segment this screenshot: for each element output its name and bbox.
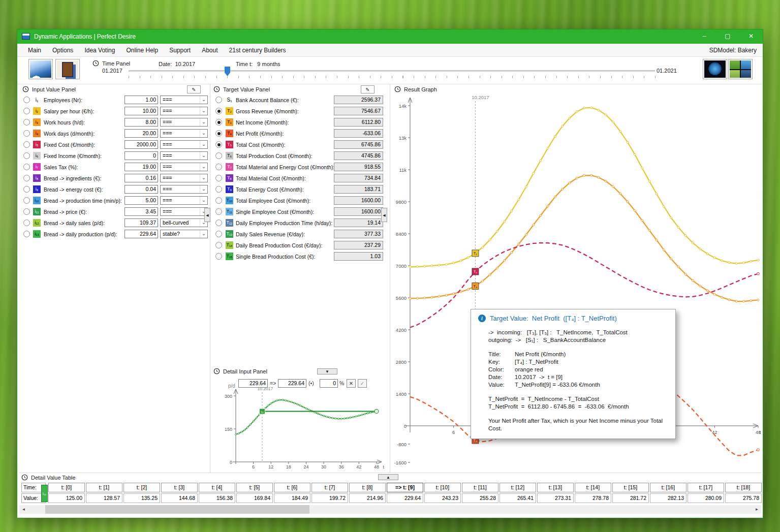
time-cell-14[interactable]: t: [14] bbox=[575, 483, 611, 492]
earth-image-button[interactable] bbox=[703, 59, 727, 79]
input-value-field[interactable]: 0 bbox=[124, 151, 158, 160]
mode-combobox[interactable]: ===⌄ bbox=[160, 107, 208, 115]
time-cell-3[interactable]: t: [3] bbox=[161, 483, 198, 492]
radio-i₅[interactable] bbox=[23, 141, 30, 148]
radio-T₆[interactable] bbox=[215, 152, 222, 159]
value-cell-5[interactable]: 169.84 bbox=[236, 493, 273, 503]
radio-i₁[interactable] bbox=[23, 97, 30, 103]
mode-combobox[interactable]: bell-curved⌄ bbox=[160, 218, 208, 227]
menu-item-support[interactable]: Support bbox=[164, 44, 196, 57]
radio-T₁₀[interactable] bbox=[215, 197, 222, 204]
time-cell-0[interactable]: t: [0] bbox=[48, 483, 85, 492]
time-cell-6[interactable]: t: [6] bbox=[274, 483, 310, 492]
edit-input-values-button[interactable]: ✎ bbox=[187, 85, 201, 93]
input-value-field[interactable]: 109.37 bbox=[124, 218, 158, 227]
radio-i₈[interactable] bbox=[23, 175, 30, 181]
time-cell-15[interactable]: t: [15] bbox=[612, 483, 649, 492]
value-cell-6[interactable]: 184.49 bbox=[274, 493, 310, 503]
radio-i₄[interactable] bbox=[23, 130, 30, 137]
input-value-field[interactable]: 19.00 bbox=[124, 163, 158, 171]
mode-combobox[interactable]: ===⌄ bbox=[160, 151, 208, 160]
input-value-field[interactable]: 5.00 bbox=[124, 196, 158, 205]
exit-model-button[interactable] bbox=[55, 59, 80, 79]
input-value-field[interactable]: 8.00 bbox=[124, 118, 158, 127]
radio-i₁₃[interactable] bbox=[23, 231, 30, 237]
time-cell-8[interactable]: t: [8] bbox=[349, 483, 386, 492]
value-cell-4[interactable]: 156.38 bbox=[199, 493, 235, 503]
value-cell-1[interactable]: 128.57 bbox=[86, 493, 122, 503]
radio-T₈[interactable] bbox=[215, 175, 222, 181]
value-cell-16[interactable]: 282.13 bbox=[650, 493, 687, 503]
detail-input-chart[interactable]: 3001500612182430364248t10.2017i₁₃ bbox=[210, 385, 390, 471]
radio-i₉[interactable] bbox=[23, 186, 30, 193]
time-cell-4[interactable]: t: [4] bbox=[199, 483, 235, 492]
value-cell-8[interactable]: 214.96 bbox=[349, 493, 386, 503]
mode-combobox[interactable]: ===⌄ bbox=[160, 96, 208, 104]
menu-item-options[interactable]: Options bbox=[47, 44, 79, 57]
time-cell-9[interactable]: => t: [9] bbox=[387, 483, 423, 492]
input-value-field[interactable]: 1.00 bbox=[124, 96, 158, 104]
time-cell-1[interactable]: t: [1] bbox=[86, 483, 122, 492]
collapse-table-button[interactable]: ▲ bbox=[378, 474, 398, 480]
time-cell-2[interactable]: t: [2] bbox=[123, 483, 160, 492]
value-cell-15[interactable]: 281.72 bbox=[612, 493, 649, 503]
scenario-image-button[interactable] bbox=[28, 59, 53, 79]
time-cell-7[interactable]: t: [7] bbox=[311, 483, 348, 492]
mode-combobox[interactable]: stable?⌄ bbox=[160, 230, 208, 238]
time-cell-16[interactable]: t: [16] bbox=[650, 483, 687, 492]
value-cell-13[interactable]: 273.31 bbox=[537, 493, 574, 503]
minimize-button[interactable]: – bbox=[693, 29, 716, 44]
input-value-field[interactable]: 0.04 bbox=[124, 185, 158, 194]
value-cell-3[interactable]: 144.68 bbox=[161, 493, 198, 503]
input-value-field[interactable]: 10.00 bbox=[124, 107, 158, 115]
value-cell-18[interactable]: 275.78 bbox=[725, 493, 762, 503]
input-value-field[interactable]: 0.16 bbox=[124, 174, 158, 182]
time-cell-13[interactable]: t: [13] bbox=[537, 483, 574, 492]
mode-combobox[interactable]: ===⌄ bbox=[160, 174, 208, 182]
radio-i₁₁[interactable] bbox=[23, 208, 30, 215]
close-button[interactable]: ✕ bbox=[739, 29, 763, 44]
radio-T₄[interactable] bbox=[215, 130, 222, 137]
menu-item-main[interactable]: Main bbox=[22, 44, 47, 57]
scrollbar-thumb[interactable] bbox=[45, 505, 309, 514]
radio-i₇[interactable] bbox=[23, 164, 30, 170]
radio-T₇[interactable] bbox=[215, 164, 222, 170]
mode-combobox[interactable]: ===⌄ bbox=[160, 129, 208, 138]
radio-T₁₄[interactable] bbox=[215, 242, 222, 248]
value-cell-14[interactable]: 278.78 bbox=[575, 493, 611, 503]
radio-S₁[interactable] bbox=[215, 97, 222, 103]
mode-combobox[interactable]: ===⌄ bbox=[160, 196, 208, 205]
time-slider-thumb[interactable] bbox=[225, 67, 230, 76]
gallery-image-button[interactable] bbox=[728, 59, 753, 79]
menu-item-21st-century-builders[interactable]: 21st century Builders bbox=[224, 44, 292, 57]
time-cell-12[interactable]: t: [12] bbox=[500, 483, 536, 492]
collapse-target-panel-button[interactable]: ◀ bbox=[381, 208, 387, 222]
horizontal-scrollbar[interactable]: ◄ ► bbox=[19, 505, 761, 514]
radio-T₁₃[interactable] bbox=[215, 231, 222, 237]
radio-T₉[interactable] bbox=[215, 186, 222, 193]
time-cell-18[interactable]: t: [18] bbox=[725, 483, 762, 492]
collapse-detail-panel-button[interactable]: ▼ bbox=[317, 368, 337, 374]
edit-target-values-button[interactable]: ✎ bbox=[361, 85, 375, 93]
input-value-field[interactable]: 20.00 bbox=[124, 129, 158, 138]
value-cell-9[interactable]: 229.64 bbox=[387, 493, 423, 503]
input-value-field[interactable]: 229.64 bbox=[124, 230, 158, 238]
radio-i₁₂[interactable] bbox=[23, 220, 30, 226]
time-cell-5[interactable]: t: [5] bbox=[236, 483, 273, 492]
scroll-right-arrow[interactable]: ► bbox=[753, 505, 761, 514]
input-value-field[interactable]: 3.45 bbox=[124, 207, 158, 216]
time-slider[interactable] bbox=[129, 70, 655, 72]
mode-combobox[interactable]: ===⌄ bbox=[160, 207, 208, 216]
radio-T₂[interactable] bbox=[215, 108, 222, 114]
titlebar[interactable]: Dynamic Applications | Perfect Desire – … bbox=[17, 29, 763, 44]
time-cell-17[interactable]: t: [17] bbox=[688, 483, 724, 492]
radio-i₆[interactable] bbox=[23, 152, 30, 159]
radio-T₁₅[interactable] bbox=[215, 253, 222, 260]
radio-T₁₂[interactable] bbox=[215, 220, 222, 226]
time-cell-11[interactable]: t: [11] bbox=[462, 483, 498, 492]
value-cell-11[interactable]: 255.28 bbox=[462, 493, 498, 503]
value-cell-0[interactable]: 125.00 bbox=[48, 493, 85, 503]
mode-combobox[interactable]: ===⌄ bbox=[160, 140, 208, 149]
radio-T₃[interactable] bbox=[215, 119, 222, 126]
menu-item-about[interactable]: About bbox=[196, 44, 223, 57]
